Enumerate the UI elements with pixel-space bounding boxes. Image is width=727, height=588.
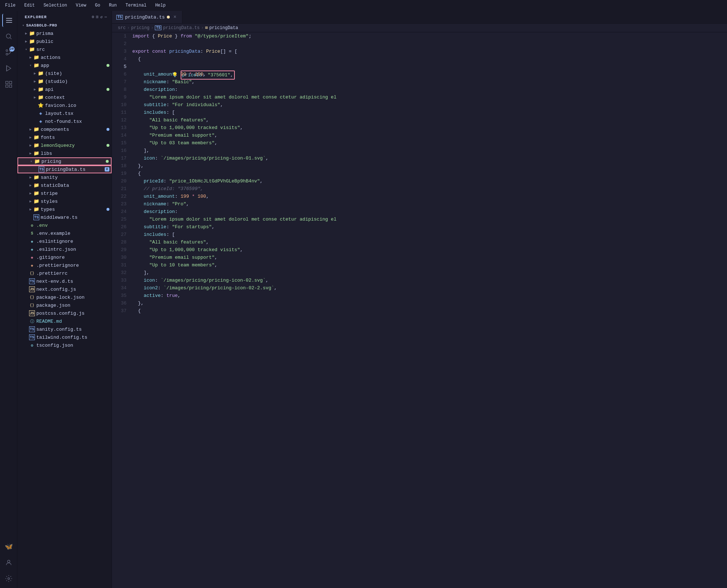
line-num-26: 26 [115, 223, 126, 231]
sidebar-item-postcss[interactable]: ▶ JS postcss.config.js [17, 309, 112, 317]
menu-help[interactable]: Help [153, 2, 168, 9]
site-label: (site) [45, 71, 112, 76]
line-num-8: 8 [115, 86, 126, 93]
breadcrumb-src[interactable]: src [118, 25, 126, 31]
code-line-6: unit_amount: 99 * 100, [132, 71, 727, 78]
line-num-5: 5 [115, 63, 126, 71]
sidebar-item-prettierrc[interactable]: ▶ {} .prettierrc [17, 269, 112, 277]
fonts-arrow: ▶ [28, 134, 33, 140]
sidebar-item-gitignore[interactable]: ▶ ◈ .gitignore [17, 253, 112, 261]
tab-pricingdata[interactable]: TS pricingData.ts × [112, 11, 182, 23]
context-folder-icon: 📁 [38, 94, 44, 100]
sidebar-item-components[interactable]: ▶ 📁 components [17, 125, 112, 133]
sidebar-item-actions[interactable]: ▶ 📁 actions [17, 53, 112, 61]
menu-view[interactable]: View [73, 2, 88, 9]
app-arrow: ▾ [28, 63, 33, 68]
menu-run[interactable]: Run [107, 2, 119, 9]
refresh-icon[interactable]: ↺ [100, 15, 103, 19]
studio-arrow: ▶ [32, 78, 38, 84]
search-activity-icon[interactable] [2, 30, 15, 43]
eslintrc-label: .eslintrc.json [36, 247, 112, 252]
context-label: context [45, 95, 112, 100]
breadcrumb-filename[interactable]: pricingData.ts [163, 25, 200, 31]
menu-edit[interactable]: Edit [22, 2, 37, 9]
menu-terminal[interactable]: Terminal [123, 2, 149, 9]
run-debug-activity-icon[interactable] [2, 62, 15, 75]
studio-label: (studio) [45, 79, 112, 84]
sidebar-item-packagelock[interactable]: ▶ {} package-lock.json [17, 293, 112, 301]
sidebar-item-tailwindconfig[interactable]: ▶ TS tailwind.config.ts [17, 333, 112, 341]
code-line-17: icon: `/images/pricing/pricing-icon-01.s… [132, 154, 727, 162]
breadcrumb-symbol[interactable]: pricingData [209, 25, 238, 31]
sidebar-item-libs[interactable]: ▶ 📁 libs [17, 149, 112, 157]
menu-selection[interactable]: Selection [41, 2, 69, 9]
sanity-arrow: ▶ [28, 174, 33, 180]
sidebar-item-env[interactable]: ▶ ⚙ .env [17, 221, 112, 229]
sidebar-item-stripe[interactable]: ▶ 📁 stripe [17, 189, 112, 197]
sidebar-item-types[interactable]: ▶ 📁 types [17, 205, 112, 213]
root-arrow: ▾ [20, 23, 26, 28]
sidebar-item-env-example[interactable]: ▶ $ .env.example [17, 229, 112, 237]
sidebar: EXPLORER ⊕ ⊞ ↺ ⋯ ▾ SAASBOLD-PRO ▶ 📁 pris… [17, 11, 112, 588]
stripe-label: stripe [41, 191, 112, 196]
sidebar-item-context[interactable]: ▶ 📁 context [17, 93, 112, 101]
sidebar-item-eslintignore[interactable]: ▶ ◈ .eslintignore [17, 237, 112, 245]
sidebar-item-tsconfig[interactable]: ▶ ⚙ tsconfig.json [17, 341, 112, 349]
sidebar-item-fonts[interactable]: ▶ 📁 fonts [17, 133, 112, 141]
sidebar-item-app[interactable]: ▾ 📁 app [17, 61, 112, 69]
sidebar-item-pricing[interactable]: ▾ 📁 pricing [17, 157, 112, 165]
prettierrc-label: .prettierrc [36, 271, 112, 276]
menu-file[interactable]: File [3, 2, 18, 9]
sidebar-item-public[interactable]: ▶ 📁 public [17, 37, 112, 45]
sidebar-item-styles[interactable]: ▶ 📁 styles [17, 197, 112, 205]
sidebar-item-sanityconfig[interactable]: ▶ TS sanity.config.ts [17, 325, 112, 333]
sidebar-item-site[interactable]: ▶ 📁 (site) [17, 69, 112, 77]
api-arrow: ▶ [32, 86, 38, 92]
sidebar-item-src[interactable]: ▾ 📁 src [17, 45, 112, 53]
sidebar-item-not-found[interactable]: ▶ ◈ not-found.tsx [17, 117, 112, 125]
sidebar-item-layout[interactable]: ▶ ◈ layout.tsx [17, 109, 112, 117]
sidebar-item-studio[interactable]: ▶ 📁 (studio) [17, 77, 112, 85]
code-line-8: description: [132, 86, 727, 93]
sidebar-item-eslintrc[interactable]: ▶ ◈ .eslintrc.json [17, 245, 112, 253]
sidebar-item-sanity[interactable]: ▶ 📁 sanity [17, 173, 112, 181]
code-line-9: "Lorem ipsum dolor sit amet dolorol met … [132, 93, 727, 101]
sidebar-item-lemonsqueezy[interactable]: ▶ 📁 lemonSqueezy [17, 141, 112, 149]
account-activity-icon[interactable] [2, 556, 15, 569]
explorer-activity-icon[interactable] [2, 14, 15, 27]
line-num-14: 14 [115, 132, 126, 139]
settings-activity-icon[interactable] [2, 572, 15, 585]
sidebar-item-favicon[interactable]: ▶ ⭐ favicon.ico [17, 101, 112, 109]
butterfly-activity-icon[interactable]: 🦋 [2, 540, 15, 553]
pricing-label: pricing [41, 159, 106, 164]
sidebar-item-prisma[interactable]: ▶ 📁 prisma [17, 29, 112, 37]
code-editor[interactable]: 1 2 3 4 5 6 7 8 9 10 11 12 13 14 15 16 1… [112, 32, 727, 588]
new-folder-icon[interactable]: ⊞ [96, 15, 99, 19]
sidebar-item-middleware[interactable]: ▶ TS middleware.ts [17, 213, 112, 221]
staticdata-label: staticData [41, 183, 112, 188]
sidebar-item-readme[interactable]: ▶ ⓘ README.md [17, 317, 112, 325]
sidebar-item-nextconfig[interactable]: ▶ JS next.config.js [17, 285, 112, 293]
sanity-folder-icon: 📁 [33, 174, 39, 180]
sidebar-item-staticdata[interactable]: ▶ 📁 staticData [17, 181, 112, 189]
studio-folder-icon: 📁 [38, 78, 44, 84]
sidebar-item-pricingdata[interactable]: ▶ TS pricingData.ts U [17, 165, 112, 173]
sidebar-item-api[interactable]: ▶ 📁 api [17, 85, 112, 93]
extensions-activity-icon[interactable] [2, 78, 15, 91]
source-control-activity-icon[interactable]: 20 [2, 46, 15, 59]
code-line-1: import { Price } from "@/types/priceItem… [132, 32, 727, 40]
sidebar-item-nextenv[interactable]: ▶ TS next-env.d.ts [17, 277, 112, 285]
sidebar-root[interactable]: ▾ SAASBOLD-PRO [17, 21, 112, 29]
new-file-icon[interactable]: ⊕ [92, 15, 95, 19]
nextconfig-label: next.config.js [36, 287, 112, 292]
sidebar-item-package[interactable]: ▶ {} package.json [17, 301, 112, 309]
menu-go[interactable]: Go [93, 2, 102, 9]
svg-point-9 [7, 560, 10, 563]
svg-rect-8 [9, 85, 12, 88]
middleware-icon: TS [33, 214, 39, 220]
tab-close-button[interactable]: × [172, 14, 178, 20]
sidebar-item-prettierignore[interactable]: ▶ ◈ .prettierignore [17, 261, 112, 269]
breadcrumb-pricing[interactable]: pricing [131, 25, 149, 31]
collapse-icon[interactable]: ⋯ [104, 15, 107, 19]
title-bar: File Edit Selection View Go Run Terminal… [0, 0, 727, 11]
